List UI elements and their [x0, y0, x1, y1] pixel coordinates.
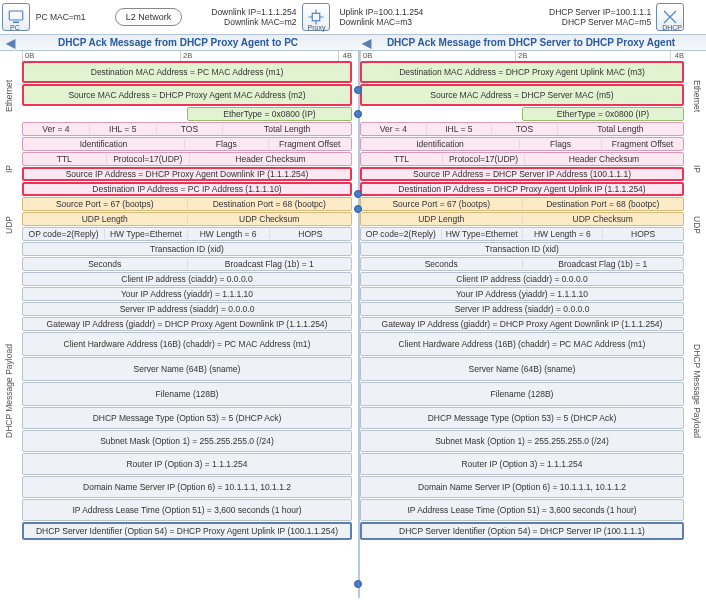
flow-dot [354, 190, 362, 198]
ethernet-side-label-r: Ethernet [688, 71, 702, 121]
udp-row1: Source Port = 67 (bootps)Destination Por… [22, 197, 352, 211]
ip-row3: TTLProtocol=17(UDP)Header Checksum [22, 152, 352, 166]
pl-opt53: DHCP Message Type (Option 53) = 5 (DHCP … [22, 407, 352, 429]
pl-opt51-r: IP Address Lease Time (Option 51) = 3,60… [360, 499, 684, 521]
proxy-label: Proxy [308, 24, 326, 31]
eth-dst-row: Destination MAC Address = PC MAC Address… [22, 61, 352, 83]
ip-row1-r: Ver = 4IHL = 5TOSTotal Length [360, 122, 684, 136]
pl-row3-r: SecondsBroadcast Flag (1b) = 1 [360, 257, 684, 271]
ip-row1: Ver = 4IHL = 5TOSTotal Length [22, 122, 352, 136]
uplink-ip-label: Uplink IP=100.1.1.254 [339, 7, 423, 17]
pl-opt53-r: DHCP Message Type (Option 53) = 5 (DHCP … [360, 407, 684, 429]
udp-side-label-r: UDP [688, 211, 702, 239]
pl-xid: Transaction ID (xid) [22, 242, 352, 256]
ip-src-row: Source IP Address = DHCP Proxy Agent Dow… [22, 167, 352, 181]
pl-opt1-r: Subnet Mask (Option 1) = 255.255.255.0 (… [360, 430, 684, 452]
pc-mac-label: PC MAC=m1 [36, 12, 86, 22]
pl-opt54-r: DHCP Server Identifier (Option 54) = DHC… [360, 522, 684, 540]
pl-opt1: Subnet Mask (Option 1) = 255.255.255.0 (… [22, 430, 352, 452]
svg-rect-0 [9, 11, 23, 20]
eth-type-row: EtherType = 0x0800 (IP) [187, 107, 352, 121]
pl-sname-r: Server Name (64B) (sname) [360, 357, 684, 381]
eth-src-row-r: Source MAC Address = DHCP Server MAC (m5… [360, 84, 684, 106]
eth-src-row: Source MAC Address = DHCP Proxy Agent MA… [22, 84, 352, 106]
pl-row3: SecondsBroadcast Flag (1b) = 1 [22, 257, 352, 271]
svg-rect-2 [312, 13, 320, 21]
pl-giaddr: Gateway IP Address (giaddr) = DHCP Proxy… [22, 317, 352, 331]
ip-row2: IdentificationFlagsFragment Offset [22, 137, 352, 151]
pl-ciaddr: Client IP address (ciaddr) = 0.0.0.0 [22, 272, 352, 286]
flow-dot [354, 110, 362, 118]
dhcp-label: DHCP [662, 24, 682, 31]
pl-giaddr-r: Gateway IP Address (giaddr) = DHCP Proxy… [360, 317, 684, 331]
udp-row1-r: Source Port = 67 (bootps)Destination Por… [360, 197, 684, 211]
downlink-ip-label: Downlink IP=1.1.1.254 [211, 7, 296, 17]
downlink-mac-label: Downlink MAC=m2 [211, 17, 296, 27]
ip-dst-row-r: Destination IP Address = DHCP Proxy Agen… [360, 182, 684, 196]
right-title: ◀DHCP Ack Message from DHCP Server to DH… [356, 34, 706, 51]
uplink-mac-label: Downlink MAC=m3 [339, 17, 423, 27]
flow-dot [354, 580, 362, 588]
server-mac-label: DHCP Server MAC=m5 [549, 17, 651, 27]
ip-side-label: IP [4, 139, 18, 199]
flow-dot [354, 86, 362, 94]
pl-chaddr: Client Hardware Address (16B) (chaddr) =… [22, 332, 352, 356]
ethernet-side-label: Ethernet [4, 71, 18, 121]
pl-ciaddr-r: Client IP address (ciaddr) = 0.0.0.0 [360, 272, 684, 286]
pl-row1: OP code=2(Reply)HW Type=EthernetHW Lengt… [22, 227, 352, 241]
left-arrow-icon: ◀ [6, 36, 15, 50]
byte-ruler-right: 0B2B4B [360, 51, 684, 61]
ip-side-label-r: IP [688, 139, 702, 199]
payload-side-label: DHCP Message Payload [4, 291, 18, 491]
pl-opt54: DHCP Server Identifier (Option 54) = DHC… [22, 522, 352, 540]
left-title: ◀DHCP Ack Message from DHCP Proxy Agent … [0, 34, 356, 51]
network-topology-bar: PC PC MAC=m1 L2 Network Downlink IP=1.1.… [0, 0, 706, 34]
pl-file-r: Filename (128B) [360, 382, 684, 406]
payload-side-label-r: DHCP Message Payload [688, 291, 702, 491]
pl-yiaddr: Your IP Address (yiaddr) = 1.1.1.10 [22, 287, 352, 301]
pl-row1-r: OP code=2(Reply)HW Type=EthernetHW Lengt… [360, 227, 684, 241]
eth-type-row-r: EtherType = 0x0800 (IP) [522, 107, 684, 121]
right-arrow-icon: ◀ [362, 36, 371, 50]
pl-sname: Server Name (64B) (sname) [22, 357, 352, 381]
server-ip-label: DHCP Server IP=100.1.1.1 [549, 7, 651, 17]
pl-siaddr-r: Server IP address (siaddr) = 0.0.0.0 [360, 302, 684, 316]
pl-opt51: IP Address Lease Time (Option 51) = 3,60… [22, 499, 352, 521]
ip-src-row-r: Source IP Address = DHCP Server IP Addre… [360, 167, 684, 181]
pl-opt3-r: Router IP (Option 3) = 1.1.1.254 [360, 453, 684, 475]
ip-row3-r: TTLProtocol=17(UDP)Header Checksum [360, 152, 684, 166]
pl-yiaddr-r: Your IP Address (yiaddr) = 1.1.1.10 [360, 287, 684, 301]
pl-opt6-r: Domain Name Server IP (Option 6) = 10.1.… [360, 476, 684, 498]
pc-label: PC [10, 24, 20, 31]
byte-ruler-left: 0B2B4B [22, 51, 352, 61]
udp-side-label: UDP [4, 211, 18, 239]
flow-dot [354, 205, 362, 213]
pl-opt6: Domain Name Server IP (Option 6) = 10.1.… [22, 476, 352, 498]
ip-row2-r: IdentificationFlagsFragment Offset [360, 137, 684, 151]
pl-xid-r: Transaction ID (xid) [360, 242, 684, 256]
pl-opt3: Router IP (Option 3) = 1.1.1.254 [22, 453, 352, 475]
eth-dst-row-r: Destination MAC Address = DHCP Proxy Age… [360, 61, 684, 83]
ip-dst-row: Destination IP Address = PC IP Address (… [22, 182, 352, 196]
l2-network-badge: L2 Network [115, 8, 183, 26]
udp-row2-r: UDP LengthUDP Checksum [360, 212, 684, 226]
udp-row2: UDP LengthUDP Checksum [22, 212, 352, 226]
pl-siaddr: Server IP address (siaddr) = 0.0.0.0 [22, 302, 352, 316]
pl-chaddr-r: Client Hardware Address (16B) (chaddr) =… [360, 332, 684, 356]
pl-file: Filename (128B) [22, 382, 352, 406]
